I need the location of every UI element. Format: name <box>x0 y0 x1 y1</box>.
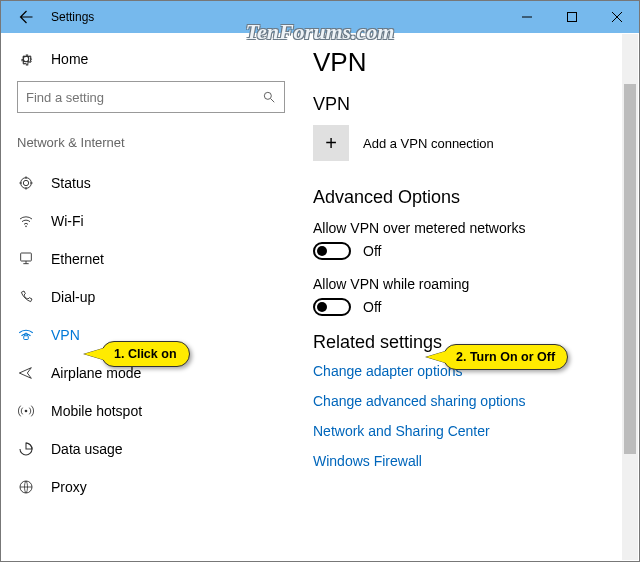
toggle-metered[interactable] <box>313 242 351 260</box>
sidebar-item-datausage[interactable]: Data usage <box>17 430 285 468</box>
link-advanced-sharing[interactable]: Change advanced sharing options <box>313 393 619 409</box>
sidebar-home-label: Home <box>51 51 88 67</box>
sidebar-item-status[interactable]: Status <box>17 164 285 202</box>
proxy-icon <box>17 479 35 495</box>
vpn-section-title: VPN <box>313 94 619 115</box>
window-controls <box>504 1 639 33</box>
search-box[interactable] <box>17 81 285 113</box>
add-vpn-row[interactable]: + Add a VPN connection <box>313 125 619 161</box>
option-roaming: Allow VPN while roaming Off <box>313 276 619 316</box>
close-button[interactable] <box>594 1 639 33</box>
svg-rect-0 <box>567 13 576 22</box>
svg-point-7 <box>25 410 28 413</box>
sidebar-item-dialup[interactable]: Dial-up <box>17 278 285 316</box>
titlebar: Settings <box>1 1 639 33</box>
ethernet-icon <box>17 251 35 267</box>
minimize-button[interactable] <box>504 1 549 33</box>
search-input[interactable] <box>26 90 262 105</box>
status-icon <box>17 175 35 191</box>
vpn-icon <box>17 328 35 342</box>
sidebar-item-label: Status <box>51 175 91 191</box>
content: Home Network & Internet Status Wi-Fi Eth… <box>1 33 639 561</box>
scrollbar[interactable] <box>622 34 638 560</box>
sidebar-group-title: Network & Internet <box>17 135 285 150</box>
main-panel: VPN VPN + Add a VPN connection Advanced … <box>301 33 639 561</box>
svg-point-4 <box>25 226 27 228</box>
dialup-icon <box>17 289 35 305</box>
datausage-icon <box>17 441 35 457</box>
sidebar-item-ethernet[interactable]: Ethernet <box>17 240 285 278</box>
hotspot-icon <box>17 403 35 419</box>
svg-rect-5 <box>21 253 32 261</box>
toggle-roaming-state: Off <box>363 299 381 315</box>
svg-rect-6 <box>24 336 29 340</box>
sidebar-item-wifi[interactable]: Wi-Fi <box>17 202 285 240</box>
sidebar-item-hotspot[interactable]: Mobile hotspot <box>17 392 285 430</box>
svg-point-3 <box>23 180 28 185</box>
window-title: Settings <box>51 10 94 24</box>
sidebar-item-label: Proxy <box>51 479 87 495</box>
callout-2: 2. Turn On or Off <box>443 344 568 370</box>
option-roaming-label: Allow VPN while roaming <box>313 276 619 292</box>
wifi-icon <box>17 213 35 229</box>
search-icon <box>262 90 276 104</box>
sidebar-item-label: Wi-Fi <box>51 213 84 229</box>
sidebar-item-label: Airplane mode <box>51 365 141 381</box>
sidebar-item-label: Dial-up <box>51 289 95 305</box>
sidebar-item-proxy[interactable]: Proxy <box>17 468 285 506</box>
page-title: VPN <box>313 47 619 78</box>
advanced-options-title: Advanced Options <box>313 187 619 208</box>
link-windows-firewall[interactable]: Windows Firewall <box>313 453 619 469</box>
toggle-roaming[interactable] <box>313 298 351 316</box>
back-button[interactable] <box>7 1 43 33</box>
svg-point-1 <box>264 92 271 99</box>
scrollbar-thumb[interactable] <box>624 84 636 454</box>
add-vpn-label: Add a VPN connection <box>363 136 494 151</box>
link-network-sharing-center[interactable]: Network and Sharing Center <box>313 423 619 439</box>
callout-1-text: 1. Click on <box>114 347 177 361</box>
sidebar-item-label: VPN <box>51 327 80 343</box>
sidebar-item-label: Ethernet <box>51 251 104 267</box>
svg-point-2 <box>21 178 32 189</box>
maximize-button[interactable] <box>549 1 594 33</box>
arrow-left-icon <box>16 8 34 26</box>
maximize-icon <box>567 12 577 22</box>
sidebar: Home Network & Internet Status Wi-Fi Eth… <box>1 33 301 561</box>
minimize-icon <box>522 12 532 22</box>
sidebar-item-label: Data usage <box>51 441 123 457</box>
airplane-icon <box>17 365 35 381</box>
plus-icon: + <box>313 125 349 161</box>
callout-2-text: 2. Turn On or Off <box>456 350 555 364</box>
option-metered: Allow VPN over metered networks Off <box>313 220 619 260</box>
option-metered-label: Allow VPN over metered networks <box>313 220 619 236</box>
callout-1: 1. Click on <box>101 341 190 367</box>
gear-icon <box>17 51 35 67</box>
toggle-metered-state: Off <box>363 243 381 259</box>
sidebar-item-label: Mobile hotspot <box>51 403 142 419</box>
close-icon <box>612 12 622 22</box>
sidebar-home[interactable]: Home <box>17 51 285 67</box>
